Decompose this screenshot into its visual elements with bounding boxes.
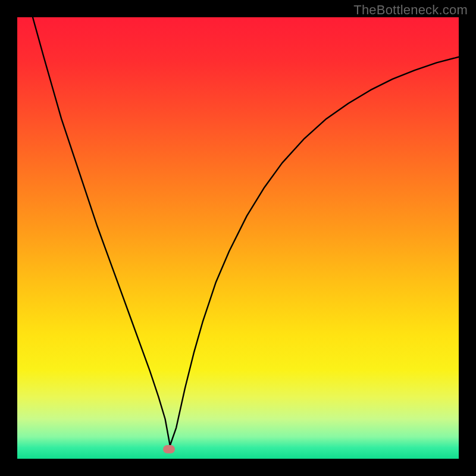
bottleneck-plot <box>17 17 459 459</box>
gradient-background <box>17 17 459 459</box>
optimal-point-marker <box>163 445 175 453</box>
chart-frame: TheBottleneck.com <box>0 0 476 476</box>
watermark-text: TheBottleneck.com <box>353 2 468 18</box>
plot-area <box>17 17 459 459</box>
